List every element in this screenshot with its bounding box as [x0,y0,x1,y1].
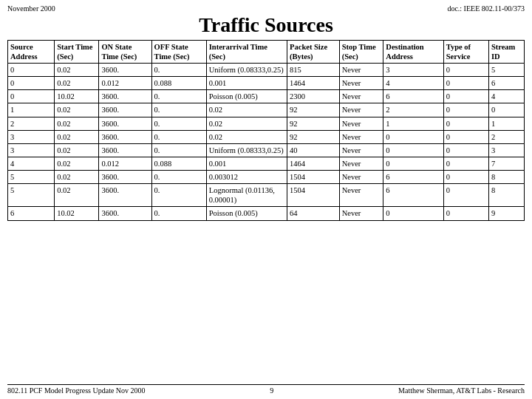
table-cell: 0 [443,157,488,170]
table-cell: 1464 [287,157,340,170]
table-row: 30.023600.0.Uniform (0.08333,0.25)40Neve… [8,143,525,157]
table-cell: 4 [383,77,443,90]
table-cell: 1504 [287,171,340,184]
table-cell: Uniform (0.08333,0.25) [206,64,287,77]
table-cell: 8 [488,184,524,207]
table-cell: 0 [443,90,488,103]
table-cell: 3600. [99,64,151,77]
table-cell: Lognormal (0.01136, 0.00001) [206,184,287,207]
table-cell: 3600. [99,117,151,130]
table-cell: 0.001 [206,77,287,90]
table-col-header: Source Address [8,40,55,63]
table-cell: 0.02 [55,130,99,143]
table-cell: Never [339,64,383,77]
table-col-header: OFF State Time (Sec) [151,40,206,63]
table-cell: 2 [383,103,443,117]
table-header-row: Source AddressStart Time (Sec)ON State T… [8,40,525,63]
table-cell: 0. [151,130,206,143]
table-cell: 0. [151,143,206,157]
table-cell: 0 [443,77,488,90]
table-cell: Never [339,143,383,157]
table-cell: 0. [151,64,206,77]
table-wrap: Source AddressStart Time (Sec)ON State T… [7,40,525,382]
table-cell: Never [339,207,383,220]
table-cell: 0 [8,64,55,77]
page-title: Traffic Sources [7,14,525,37]
table-cell: 3600. [99,143,151,157]
table-cell: 5 [8,184,55,207]
table-cell: 3600. [99,171,151,184]
footer-left: 802.11 PCF Model Progress Update Nov 200… [7,386,146,395]
table-row: 10.023600.0.0.0292Never200 [8,103,525,117]
table-cell: 0. [151,207,206,220]
table-cell: 3600. [99,207,151,220]
table-cell: 0.02 [55,184,99,207]
table-cell: 0.02 [206,130,287,143]
table-row: 50.023600.0.Lognormal (0.01136, 0.00001)… [8,184,525,207]
table-cell: 0.02 [55,143,99,157]
table-cell: 0.02 [55,171,99,184]
table-cell: 6 [383,171,443,184]
table-cell: 815 [287,64,340,77]
table-cell: 0.02 [55,64,99,77]
table-row: 50.023600.0.0.0030121504Never608 [8,171,525,184]
table-cell: 0.02 [55,77,99,90]
table-cell: 0 [443,64,488,77]
table-cell: 4 [488,90,524,103]
table-cell: 6 [383,90,443,103]
page: November 2000 doc.: IEEE 802.11-00/373 T… [0,0,532,399]
table-cell: 0 [383,157,443,170]
table-cell: 7 [488,157,524,170]
table-cell: 1 [8,103,55,117]
table-col-header: Stream ID [488,40,524,63]
table-row: 010.023600.0.Poisson (0.005)2300Never604 [8,90,525,103]
table-cell: 1464 [287,77,340,90]
table-cell: 0.02 [55,117,99,130]
table-cell: 0 [8,77,55,90]
table-cell: 3600. [99,90,151,103]
table-cell: 3600. [99,184,151,207]
table-cell: 0.02 [206,103,287,117]
table-cell: 64 [287,207,340,220]
table-cell: 0.001 [206,157,287,170]
table-col-header: Stop Time (Sec) [339,40,383,63]
table-cell: 3600. [99,130,151,143]
table-cell: 3 [383,64,443,77]
table-cell: 0 [443,171,488,184]
table-cell: 0 [383,130,443,143]
table-cell: 2 [8,117,55,130]
table-cell: 0.02 [55,103,99,117]
table-cell: Never [339,157,383,170]
table-cell: 1 [383,117,443,130]
table-cell: Never [339,130,383,143]
table-cell: 0 [443,184,488,207]
traffic-table: Source AddressStart Time (Sec)ON State T… [7,40,525,221]
table-cell: 0.012 [99,77,151,90]
table-cell: Never [339,77,383,90]
table-cell: 0. [151,184,206,207]
table-cell: 0 [383,143,443,157]
table-cell: 0 [443,143,488,157]
table-cell: 6 [488,77,524,90]
table-col-header: Interarrival Time (Sec) [206,40,287,63]
table-cell: 0 [383,207,443,220]
table-col-header: Type of Service [443,40,488,63]
table-cell: 0.02 [55,157,99,170]
table-cell: 6 [383,184,443,207]
table-row: 20.023600.0.0.0292Never101 [8,117,525,130]
table-cell: 0 [443,103,488,117]
table-row: 00.023600.0.Uniform (0.08333,0.25)815Nev… [8,64,525,77]
table-cell: 92 [287,117,340,130]
table-cell: Never [339,103,383,117]
table-cell: 0.088 [151,157,206,170]
table-col-header: ON State Time (Sec) [99,40,151,63]
table-cell: 3 [8,143,55,157]
table-cell: 5 [8,171,55,184]
table-cell: 0 [443,207,488,220]
table-cell: Poisson (0.005) [206,207,287,220]
header-bar: November 2000 doc.: IEEE 802.11-00/373 [7,4,525,13]
table-cell: 92 [287,130,340,143]
table-cell: 0. [151,117,206,130]
table-body: 00.023600.0.Uniform (0.08333,0.25)815Nev… [8,64,525,221]
table-cell: Never [339,184,383,207]
